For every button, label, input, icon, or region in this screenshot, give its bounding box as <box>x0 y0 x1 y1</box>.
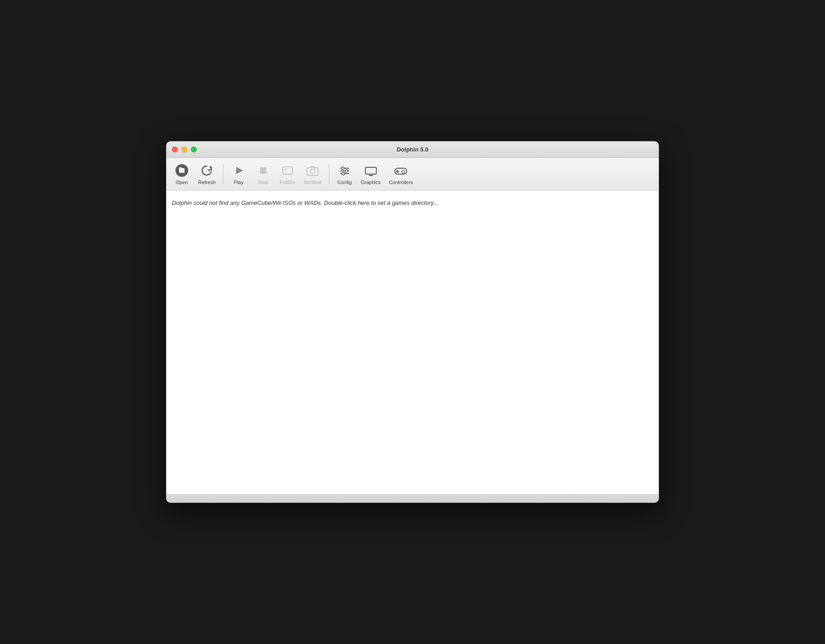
stop-button[interactable]: Stop <box>251 161 275 188</box>
play-label: Play <box>234 180 243 185</box>
svg-rect-6 <box>284 168 288 170</box>
svg-point-14 <box>345 170 348 172</box>
status-bar <box>166 494 659 502</box>
camera-icon <box>305 163 320 178</box>
minimize-button[interactable] <box>181 147 187 152</box>
svg-point-9 <box>315 169 316 170</box>
svg-point-25 <box>401 171 403 172</box>
controllers-icon <box>394 163 408 178</box>
separator-2 <box>329 164 329 184</box>
svg-rect-16 <box>365 167 376 174</box>
svg-point-13 <box>341 167 344 170</box>
traffic-lights <box>172 147 197 152</box>
fullscreen-icon <box>280 163 295 178</box>
toolbar: Open Refresh Play Stop <box>166 158 659 190</box>
controllers-label: Controllers <box>389 180 413 185</box>
play-icon <box>232 163 246 178</box>
open-label: Open <box>176 180 188 185</box>
main-window: Dolphin 5.0 Open Refresh <box>166 141 659 503</box>
separator-1 <box>223 164 223 184</box>
refresh-icon <box>199 163 214 178</box>
graphics-button[interactable]: Graphics <box>357 161 384 188</box>
stop-icon <box>256 163 270 178</box>
svg-rect-1 <box>179 168 185 173</box>
svg-point-8 <box>310 169 315 174</box>
open-button[interactable]: Open <box>170 161 194 188</box>
open-icon <box>175 163 189 178</box>
config-label: Config <box>337 180 352 185</box>
config-button[interactable]: Config <box>333 161 356 188</box>
window-title: Dolphin 5.0 <box>397 146 428 153</box>
title-bar: Dolphin 5.0 <box>166 142 659 158</box>
scrshot-button[interactable]: ScrShot <box>300 161 325 188</box>
svg-point-26 <box>403 172 404 174</box>
svg-point-23 <box>403 170 404 171</box>
empty-message: Dolphin could not find any GameCube/Wii … <box>172 199 438 206</box>
fullscr-label: FullScr <box>280 180 295 185</box>
config-icon <box>337 163 352 178</box>
graphics-label: Graphics <box>361 180 381 185</box>
svg-rect-5 <box>283 167 293 174</box>
controllers-button[interactable]: Controllers <box>385 161 417 188</box>
refresh-label: Refresh <box>198 180 216 185</box>
graphics-icon <box>364 163 378 178</box>
svg-rect-4 <box>260 167 266 174</box>
refresh-button[interactable]: Refresh <box>194 161 219 188</box>
svg-point-24 <box>404 171 405 172</box>
svg-marker-3 <box>236 167 243 174</box>
games-list-area[interactable]: Dolphin could not find any GameCube/Wii … <box>166 190 659 494</box>
maximize-button[interactable] <box>191 147 197 152</box>
play-button[interactable]: Play <box>227 161 251 188</box>
svg-rect-2 <box>179 167 182 169</box>
svg-point-15 <box>342 172 345 175</box>
scrshot-label: ScrShot <box>304 180 322 185</box>
close-button[interactable] <box>172 147 178 152</box>
stop-label: Stop <box>258 180 268 185</box>
fullscr-button[interactable]: FullScr <box>276 161 299 188</box>
